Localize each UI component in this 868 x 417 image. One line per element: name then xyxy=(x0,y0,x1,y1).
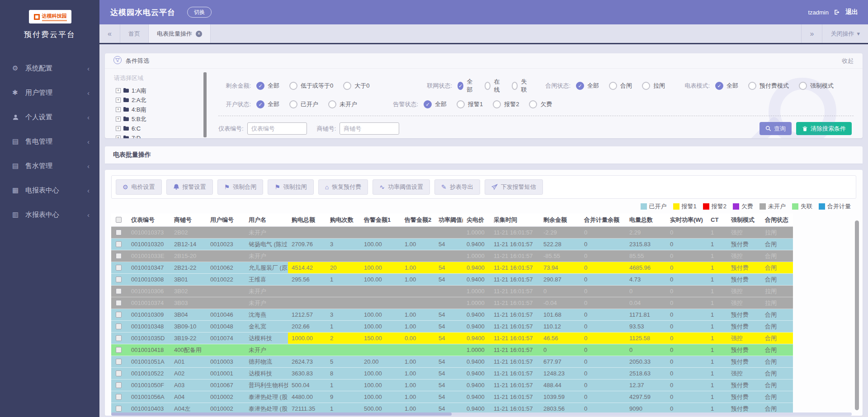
cell: 100.00 xyxy=(360,321,401,332)
radio-option[interactable]: 在线 xyxy=(485,78,502,94)
collapse-link[interactable]: 收起 xyxy=(842,57,854,65)
radio-option[interactable]: 未开户 xyxy=(328,100,357,108)
table-row[interactable]: 001001050FA030010067普玛利生物科技500.041100.00… xyxy=(111,380,793,391)
cell: 强控 xyxy=(727,297,761,309)
table-row[interactable]: 001001033E2B15-20未开户1.000011-21 16:01:57… xyxy=(111,250,793,262)
vertical-scrollbar[interactable] xyxy=(855,220,859,410)
logout-button[interactable]: 退出 xyxy=(845,8,858,16)
logout-icon[interactable] xyxy=(834,9,840,15)
sidebar-item-3[interactable]: ▤售电管理‹ xyxy=(0,129,99,154)
expand-icon[interactable]: + xyxy=(116,126,121,131)
radio-option[interactable]: 报警2 xyxy=(493,100,519,108)
table-row[interactable]: 00100103472B21-220010062允儿服装厂 (原4514.422… xyxy=(111,262,793,274)
table-row[interactable]: 001001056AA040010002泰潜热处理 (股4480.009100.… xyxy=(111,391,793,403)
radio-option[interactable]: ✓全部 xyxy=(715,82,738,90)
tree-node[interactable]: +1:A南 xyxy=(111,86,202,95)
tree-node[interactable]: +5:B北 xyxy=(111,114,202,124)
row-checkbox[interactable] xyxy=(116,406,122,412)
splitter[interactable] xyxy=(203,72,207,137)
row-checkbox[interactable] xyxy=(116,253,122,259)
expand-icon[interactable]: + xyxy=(116,136,121,138)
sidebar-item-1[interactable]: ✱用户管理‹ xyxy=(0,80,99,105)
radio-option[interactable]: 失联 xyxy=(512,78,529,94)
toolbar-button-5[interactable]: ∿功率阈值设置 xyxy=(373,179,430,195)
table-row[interactable]: 00100103083B010010022王维喜295.561100.001.0… xyxy=(111,274,793,286)
radio-option[interactable]: ✓全部 xyxy=(458,78,475,94)
table-row[interactable]: 0010010522A020010001达模科技3630.838100.001.… xyxy=(111,368,793,380)
expand-icon[interactable]: + xyxy=(116,88,121,93)
expand-icon[interactable]: + xyxy=(116,107,121,112)
toolbar-button-6[interactable]: ✎抄表导出 xyxy=(434,179,480,195)
row-checkbox[interactable] xyxy=(116,394,122,400)
row-checkbox[interactable] xyxy=(116,323,122,329)
row-checkbox[interactable] xyxy=(116,288,122,294)
search-button[interactable]: 查询 xyxy=(760,122,792,135)
tabs-scroll-right-button[interactable]: » xyxy=(801,24,822,43)
horizontal-scrollbar[interactable] xyxy=(111,412,852,416)
radio-option[interactable]: 大于0 xyxy=(343,82,369,90)
switch-button[interactable]: 切换 xyxy=(187,7,212,18)
tab-0[interactable]: 首页 xyxy=(120,24,149,43)
row-checkbox[interactable] xyxy=(116,359,122,365)
row-checkbox[interactable] xyxy=(116,382,122,388)
table-row[interactable]: 00100103063B02未开户1.000011-21 16:01:57000… xyxy=(111,286,793,297)
row-checkbox[interactable] xyxy=(116,230,122,235)
radio-option[interactable]: ✓全部 xyxy=(424,100,447,108)
close-operations-label: 关闭操作 xyxy=(830,30,854,38)
expand-icon[interactable]: + xyxy=(116,117,121,122)
row-checkbox[interactable] xyxy=(116,312,122,318)
radio-option[interactable]: 已开户 xyxy=(289,100,318,108)
legend-swatch xyxy=(733,203,739,210)
tree-node[interactable]: +7:D xyxy=(111,133,202,138)
close-icon[interactable]: × xyxy=(196,31,202,37)
sidebar-item-4[interactable]: ▤售水管理‹ xyxy=(0,154,99,178)
horizontal-scrollbar-thumb[interactable] xyxy=(111,412,452,416)
radio-option[interactable]: ✓全部 xyxy=(256,82,279,90)
expand-icon[interactable]: + xyxy=(116,98,121,103)
close-operations-dropdown[interactable]: 关闭操作 ▾ xyxy=(822,24,868,43)
radio-option[interactable]: 报警1 xyxy=(457,100,483,108)
sidebar-item-0[interactable]: ⚙系统配置‹ xyxy=(0,56,99,80)
table-row[interactable]: 00100103202B12-140010023铭扬电气 (陈过2709.763… xyxy=(111,239,793,250)
row-checkbox[interactable] xyxy=(116,276,122,282)
toolbar-button-4[interactable]: ⌂恢复预付费 xyxy=(318,179,368,195)
toolbar-button-1[interactable]: 报警设置 xyxy=(166,179,213,195)
row-checkbox[interactable] xyxy=(116,370,122,376)
clear-search-button[interactable]: 清除搜索条件 xyxy=(796,122,852,135)
row-checkbox[interactable] xyxy=(116,347,122,353)
tabs-scroll-left-button[interactable]: « xyxy=(99,24,120,43)
tree-node[interactable]: +2:A北 xyxy=(111,95,202,105)
toolbar-button-2[interactable]: ⚑强制合闸 xyxy=(217,179,264,195)
radio-option[interactable]: 合闸 xyxy=(609,82,632,90)
toolbar-button-7[interactable]: 下发报警短信 xyxy=(485,179,543,195)
toolbar-button-0[interactable]: ⚙电价设置 xyxy=(116,179,162,195)
table-row[interactable]: 00100103743B03未开户1.000011-21 16:01:57-0.… xyxy=(111,297,793,309)
radio-option[interactable]: 低于或等于0 xyxy=(289,82,333,90)
row-checkbox[interactable] xyxy=(116,335,122,341)
tree-node[interactable]: +4:B南 xyxy=(111,105,202,114)
row-checkbox[interactable] xyxy=(116,300,122,306)
text-input-0[interactable] xyxy=(247,122,307,135)
radio-option[interactable]: ✓全部 xyxy=(576,82,599,90)
radio-option[interactable]: 强制模式 xyxy=(799,82,834,90)
toolbar-button-3[interactable]: ⚑强制拉闸 xyxy=(268,179,314,195)
sidebar-item-5[interactable]: ▦电报表中心‹ xyxy=(0,178,99,202)
radio-option[interactable]: 预付费模式 xyxy=(748,82,789,90)
table-row[interactable]: 00100103732B02未开户1.000011-21 16:01:57-2.… xyxy=(111,227,793,239)
table-row[interactable]: 00100103483B09-100010048金礼宽202.661100.00… xyxy=(111,321,793,333)
tree-node[interactable]: +6:C xyxy=(111,124,202,133)
tab-1[interactable]: 电表批量操作× xyxy=(149,24,211,43)
sidebar-item-6[interactable]: ▥水报表中心‹ xyxy=(0,202,99,227)
text-input-1[interactable] xyxy=(340,122,399,135)
row-checkbox[interactable] xyxy=(116,241,122,247)
radio-option[interactable]: 欠费 xyxy=(529,100,552,108)
radio-option[interactable]: 拉闸 xyxy=(642,82,665,90)
table-row[interactable]: 001001035D3B19-220010074达模科技1000.002150.… xyxy=(111,333,793,344)
radio-option[interactable]: ✓全部 xyxy=(256,100,279,108)
table-row[interactable]: 0010010418400配备用未开户1.000011-21 16:01:570… xyxy=(111,344,793,356)
table-row[interactable]: 001001051AA010010003德邦物流2624.73520.001.0… xyxy=(111,356,793,368)
row-checkbox[interactable] xyxy=(116,265,122,271)
sidebar-item-2[interactable]: 个人设置‹ xyxy=(0,105,99,129)
table-row[interactable]: 00100103093B040010046沈海燕1212.573100.001.… xyxy=(111,309,793,321)
select-all-checkbox[interactable] xyxy=(116,217,122,223)
